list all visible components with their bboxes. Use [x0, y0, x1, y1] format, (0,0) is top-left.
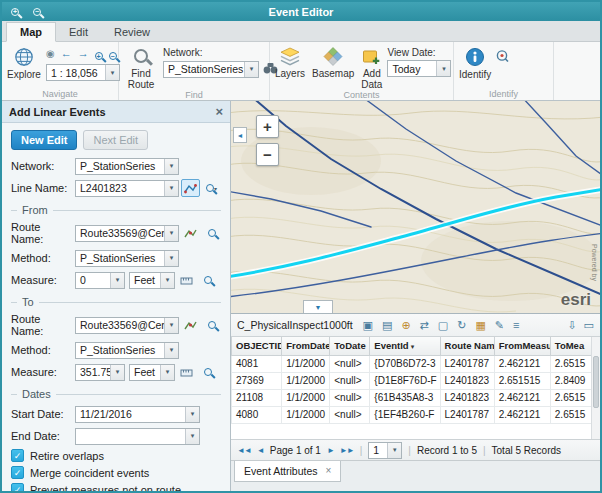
record-total: Total 5 Records	[492, 445, 561, 456]
tab-edit[interactable]: Edit	[56, 23, 101, 41]
table-row[interactable]: 40801/1/2000<null>{1EF4B260-FL24017872.4…	[232, 406, 601, 423]
to-measure-on-map-icon[interactable]	[177, 363, 196, 381]
start-date-select[interactable]: 11/21/2016 ▾	[75, 406, 200, 423]
clear-selection-icon[interactable]: ▢	[438, 320, 448, 331]
to-unit-select[interactable]: Feet ▾	[129, 364, 175, 381]
from-method-select[interactable]: P_StationSeries ▾	[75, 250, 179, 267]
attribute-table: OBJECTID FromDate ToDate EventId▾ Route …	[231, 337, 600, 424]
col-frommeasure[interactable]: FromMeasure	[494, 337, 550, 355]
page-indicator: Page 1 of 1	[270, 445, 321, 456]
show-selection-icon[interactable]: ▣	[363, 320, 373, 331]
zoom-out-icon[interactable]	[30, 5, 44, 19]
first-page-icon[interactable]: ◄◄	[237, 446, 251, 455]
to-measure-label: Measure:	[11, 366, 75, 378]
view-date-select[interactable]: Today ▾	[387, 60, 451, 77]
checkbox-merge-coincident-events[interactable]: ✓ Merge coincident events	[11, 466, 221, 479]
from-zoom-to-route-icon[interactable]	[202, 224, 221, 242]
edit-records-icon[interactable]: ✎	[495, 320, 504, 331]
from-zoom-to-measure-icon[interactable]	[198, 271, 217, 289]
layers-icon	[280, 47, 300, 66]
end-date-select[interactable]: ▾	[75, 428, 200, 445]
scale-select[interactable]: 1 : 18,056 ▾	[46, 64, 120, 81]
fields-icon[interactable]: ≡	[513, 320, 519, 331]
table-row[interactable]: 211081/1/2000<null>{61B435A8-3L24018232.…	[232, 389, 601, 406]
previous-extent-icon[interactable]: ←	[61, 48, 72, 59]
to-select-route-on-map-icon[interactable]	[181, 316, 200, 334]
close-icon[interactable]: ×	[215, 105, 223, 118]
checkbox-retire-overlaps[interactable]: ✓ Retire overlaps	[11, 449, 221, 462]
select-line-on-map-icon[interactable]	[181, 179, 200, 197]
checkbox-checked-icon: ✓	[11, 483, 24, 491]
scrollbar-thumb[interactable]	[593, 356, 599, 408]
chevron-down-icon: ▾	[185, 429, 199, 444]
basemap-canvas	[231, 101, 600, 313]
to-method-select[interactable]: P_StationSeries ▾	[75, 342, 179, 359]
next-edit-button[interactable]: Next Edit	[83, 130, 148, 150]
export-icon[interactable]: ⇩	[567, 320, 576, 331]
explore-button[interactable]: Explore	[5, 44, 43, 89]
from-section-header: From	[11, 204, 221, 216]
map-view[interactable]: + − ◄ ▼ Powered by esri	[231, 101, 600, 313]
identify-tool-icon[interactable]	[496, 44, 509, 89]
prev-page-icon[interactable]: ◄	[257, 446, 264, 455]
next-page-icon[interactable]: ►	[327, 446, 334, 455]
next-extent-icon[interactable]: →	[78, 48, 89, 59]
map-zoom-in-button[interactable]: +	[256, 115, 279, 138]
col-fromdate[interactable]: FromDate	[282, 337, 330, 355]
page-select[interactable]: 1 ▾	[368, 442, 402, 459]
from-unit-select[interactable]: Feet ▾	[129, 272, 175, 289]
tab-review[interactable]: Review	[101, 23, 163, 41]
last-page-icon[interactable]: ►►	[340, 446, 354, 455]
tab-map[interactable]: Map	[6, 22, 56, 42]
identify-label: Identify	[459, 69, 491, 80]
identify-button[interactable]: Identify	[457, 44, 493, 89]
dock-panel-icon[interactable]: ▭	[584, 320, 594, 331]
to-zoom-to-route-icon[interactable]	[202, 316, 221, 334]
close-icon[interactable]: ×	[326, 466, 332, 476]
add-data-button[interactable]: Add Data	[359, 44, 384, 90]
table-row[interactable]: 40811/1/2000<null>{D70B6D72-3L24017872.4…	[232, 355, 601, 372]
tab-event-attributes[interactable]: Event Attributes ×	[234, 461, 341, 482]
collapse-table-button[interactable]: ▼	[303, 300, 333, 313]
zoom-in-icon[interactable]	[8, 5, 22, 19]
refresh-icon[interactable]: ↻	[457, 320, 466, 331]
to-route-select[interactable]: Route33569@Centb ▾	[75, 317, 179, 334]
new-edit-button[interactable]: New Edit	[11, 130, 77, 150]
date-filter-icon[interactable]: ▦	[475, 320, 485, 331]
find-route-button[interactable]: Find Route	[122, 44, 160, 90]
to-route-label: Route Name:	[11, 313, 75, 337]
from-measure-on-map-icon[interactable]	[177, 271, 196, 289]
table-view-icon[interactable]: ▤	[382, 320, 392, 331]
switch-selection-icon[interactable]: ⇄	[420, 320, 429, 331]
zoom-in-tool-icon[interactable]	[95, 45, 103, 63]
basemap-button[interactable]: Basemap	[310, 44, 356, 90]
map-zoom-out-button[interactable]: −	[256, 143, 279, 166]
globe-icon	[14, 47, 34, 67]
zoom-to-selection-icon[interactable]: ⊕	[401, 320, 410, 331]
to-measure-select[interactable]: 351.75 ▾	[75, 364, 125, 381]
title-bar: Event Editor	[2, 2, 600, 21]
network-ribbon-label: Network:	[163, 47, 278, 58]
layers-button[interactable]: Layers	[273, 44, 307, 90]
chevron-down-icon: ▾	[164, 251, 178, 266]
from-measure-select[interactable]: 0 ▾	[75, 272, 125, 289]
collapse-left-panel-button[interactable]: ◄	[233, 127, 247, 143]
vertical-scrollbar[interactable]	[591, 337, 600, 439]
to-zoom-to-measure-icon[interactable]	[198, 363, 217, 381]
network-ribbon-select[interactable]: P_StationSeries ▾	[163, 61, 259, 78]
from-route-select[interactable]: Route33569@Centb ▾	[75, 225, 179, 242]
col-route-name[interactable]: Route Name	[440, 337, 494, 355]
col-objectid[interactable]: OBJECTID	[232, 337, 282, 355]
from-select-route-on-map-icon[interactable]	[181, 224, 200, 242]
chevron-down-icon: ▾	[110, 273, 124, 288]
checkbox-prevent-measures-not-on-route[interactable]: ✓ Prevent measures not on route	[11, 483, 221, 491]
zoom-out-tool-icon[interactable]	[109, 45, 117, 63]
default-extent-icon[interactable]: ◉	[46, 49, 55, 59]
col-eventid[interactable]: EventId▾	[370, 337, 440, 355]
chevron-down-icon: ▾	[185, 407, 199, 422]
network-select[interactable]: P_StationSeries ▾	[75, 158, 179, 175]
zoom-to-line-icon[interactable]: ▾	[202, 179, 221, 197]
table-row[interactable]: 273691/1/2000<null>{D1E8F76D-FL24018232.…	[232, 372, 601, 389]
col-todate[interactable]: ToDate	[330, 337, 370, 355]
line-name-select[interactable]: L2401823 ▾	[75, 180, 179, 197]
